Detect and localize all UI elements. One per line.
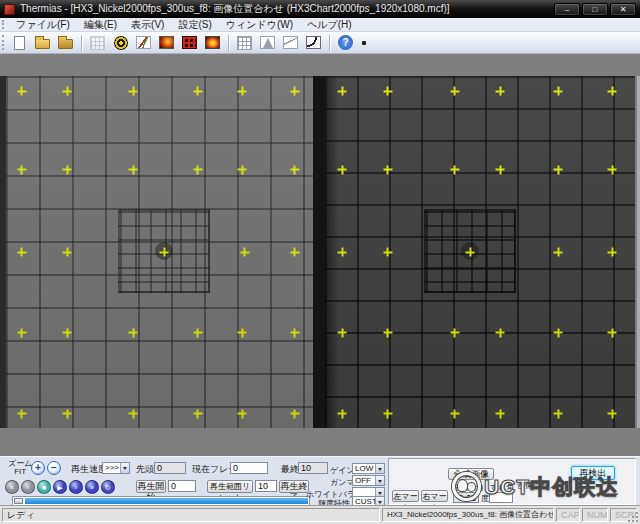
step-forward-button[interactable]: ›	[69, 480, 83, 494]
redetect-button[interactable]: 再検出	[571, 466, 615, 480]
alignment-cross	[129, 409, 138, 418]
maximize-button[interactable]: □	[582, 3, 608, 16]
alignment-cross	[193, 328, 202, 337]
toolbar-overflow-icon[interactable]	[362, 41, 366, 45]
last-frame-field[interactable]: 10	[298, 462, 328, 474]
alignment-cross	[554, 165, 563, 174]
alignment-cross	[554, 328, 563, 337]
toolbar-grip	[2, 35, 5, 50]
line-chart-icon	[136, 36, 151, 49]
loop-button[interactable]: ↻	[101, 480, 115, 494]
alignment-cross	[290, 87, 299, 96]
grid-faint-button[interactable]	[87, 33, 108, 53]
close-button[interactable]: ✕	[610, 3, 636, 16]
jump-end-button[interactable]: »	[85, 480, 99, 494]
playback-speed-select[interactable]: >>>	[102, 462, 130, 474]
alignment-cross	[17, 409, 26, 418]
alignment-cross	[450, 165, 459, 174]
decay-curve-button[interactable]	[303, 33, 324, 53]
alignment-cross	[160, 248, 169, 257]
chevron-down-icon	[120, 463, 129, 473]
toolbar-separator	[228, 35, 229, 51]
grid-button[interactable]	[234, 33, 255, 53]
alignment-cross	[193, 409, 202, 418]
current-frame-field[interactable]: 0	[230, 462, 268, 474]
menu-bar: ファイル(F)編集(E)表示(V)設定(S)ウィンドウ(W)ヘルプ(H)	[0, 18, 640, 32]
play-start-field[interactable]: 0	[168, 480, 196, 492]
histogram-icon	[260, 36, 275, 49]
shift-angle-field[interactable]	[489, 492, 513, 503]
slider-fill	[25, 498, 308, 504]
alignment-cross	[63, 165, 72, 174]
alignment-cross	[496, 409, 505, 418]
menu-item[interactable]: ヘルプ(H)	[300, 18, 359, 31]
alignment-cross	[17, 328, 26, 337]
right-mark-button[interactable]: 右マーク	[421, 490, 448, 502]
open-folder-button[interactable]	[32, 33, 53, 53]
new-document-button[interactable]	[9, 33, 30, 53]
toolbar-separator	[81, 35, 82, 51]
alignment-cross	[129, 328, 138, 337]
range-reset-button[interactable]: 再生範囲リセット	[207, 480, 253, 493]
thermal-dots-icon	[182, 36, 197, 49]
menu-item[interactable]: 設定(S)	[171, 18, 218, 31]
image-gap	[312, 76, 325, 428]
zoom-in-button[interactable]: +	[31, 461, 45, 475]
slider-handle[interactable]	[14, 498, 23, 504]
save-folder-icon	[58, 39, 73, 49]
left-rotation-field[interactable]: 0.65	[453, 492, 479, 503]
range-end-field[interactable]: 10	[255, 480, 277, 492]
control-panel: ズームFIT + − 再生速度 >>> 先頭 0 現在フレーム 0 最終 10 …	[0, 456, 640, 505]
histogram-button[interactable]	[257, 33, 278, 53]
thermal-image-button[interactable]	[156, 33, 177, 53]
menu-grip	[2, 20, 5, 29]
menu-item[interactable]: ファイル(F)	[9, 18, 77, 31]
status-num: NUM	[582, 508, 608, 522]
alignment-cross	[129, 165, 138, 174]
save-folder-button[interactable]	[55, 33, 76, 53]
help-icon: ?	[338, 35, 353, 50]
chevron-down-icon	[375, 476, 384, 485]
alignment-cross	[238, 165, 247, 174]
alignment-cross	[608, 87, 617, 96]
alignment-cross	[383, 87, 392, 96]
line-chart-button[interactable]	[133, 33, 154, 53]
head-frame-label: 先頭	[136, 463, 154, 476]
minimize-button[interactable]: –	[554, 3, 580, 16]
composite-image-button[interactable]: 合成画像	[448, 468, 494, 480]
alignment-cross	[238, 87, 247, 96]
menu-item[interactable]: ウィンドウ(W)	[219, 18, 300, 31]
viewer	[0, 54, 640, 456]
alignment-groupbox: 合成画像 再検出 左マーク 右マーク 左回転角 0.65 度 ずれ角 画像回転	[388, 458, 636, 505]
step-back-button[interactable]: ‹	[21, 480, 35, 494]
profile-curve-button[interactable]	[280, 33, 301, 53]
zoom-out-button[interactable]: −	[47, 461, 61, 475]
toolbar-separator	[329, 35, 330, 51]
app-icon	[4, 4, 15, 15]
alignment-cross	[17, 165, 26, 174]
menu-item[interactable]: 編集(E)	[77, 18, 124, 31]
alignment-cross	[450, 409, 459, 418]
left-mark-button[interactable]: 左マーク	[392, 490, 419, 502]
target-button[interactable]	[110, 33, 131, 53]
play-button[interactable]: ▶	[53, 480, 67, 494]
thermal-dots-button[interactable]	[179, 33, 200, 53]
alignment-cross	[608, 409, 617, 418]
jump-start-button[interactable]: «	[5, 480, 19, 494]
play-start-button[interactable]: 再生開始	[136, 480, 166, 493]
resize-grip[interactable]	[627, 511, 639, 523]
head-frame-field[interactable]: 0	[154, 462, 186, 474]
toolbar: ?	[0, 32, 640, 54]
alignment-cross	[338, 165, 347, 174]
thermal-blob-button[interactable]	[202, 33, 223, 53]
stop-button[interactable]: ■	[37, 480, 51, 494]
title-bar: Thermias - [HX3_Nickel2000fps_300us_f8: …	[0, 0, 640, 18]
help-button[interactable]: ?	[335, 33, 356, 53]
alignment-cross	[496, 328, 505, 337]
play-end-button[interactable]: 再生終了	[279, 480, 309, 493]
menu-item[interactable]: 表示(V)	[124, 18, 171, 31]
chevron-down-icon	[375, 464, 384, 473]
gain-select[interactable]: LOW	[352, 463, 385, 474]
alignment-cross	[338, 87, 347, 96]
gamma-select[interactable]: OFF	[352, 475, 385, 486]
